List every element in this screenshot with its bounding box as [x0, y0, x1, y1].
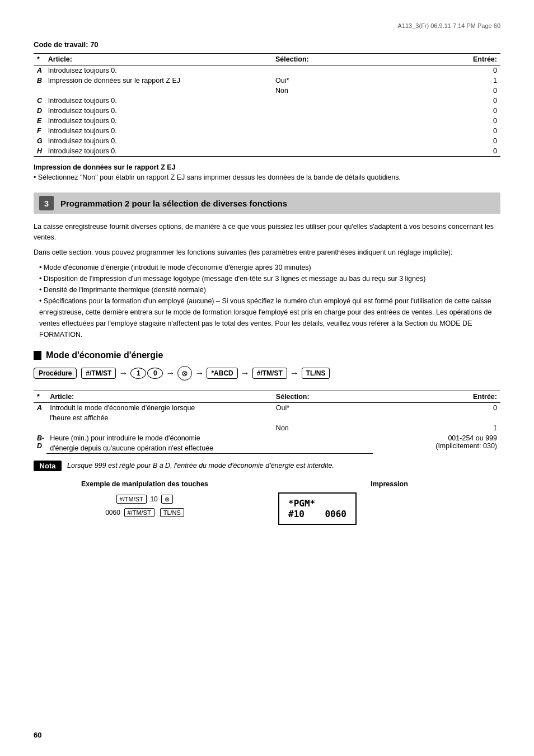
table-row: F Introduisez toujours 0. 0 — [34, 126, 500, 136]
row-selection — [272, 136, 373, 146]
key-tlns: TL/NS — [302, 368, 330, 379]
print-line2: #10 0060 — [288, 509, 346, 519]
row-article2: d'énergie depuis qu'aucune opération n'e… — [46, 443, 273, 454]
example-keys: #/TM/ST 10 ⊗ 0060 #/TM/ST TL/NS — [34, 492, 256, 519]
mode-col-star: * — [34, 391, 46, 403]
bullet-item: Disposition de l'impression d'un message… — [39, 273, 500, 284]
table-row: Non 1 — [34, 423, 500, 433]
mode-col-selection-header: Sélection: — [273, 391, 373, 403]
row-selection2 — [273, 413, 373, 423]
row-article: Impression de données sur le rapport Z E… — [45, 76, 272, 86]
row-article: Introduisez toujours 0. — [45, 126, 272, 136]
row-article2: l'heure est affichée — [46, 413, 273, 423]
row-letter: A — [34, 65, 45, 76]
example-keys-line1: #/TM/ST 10 ⊗ — [34, 492, 256, 506]
col-selection-header: Sélection: — [272, 54, 373, 65]
key-hmtst-1: #/TM/ST — [81, 368, 116, 379]
section3-number: 3 — [39, 196, 54, 210]
row-selection — [272, 96, 373, 106]
table-row: A Introduit le mode d'économie d'énergie… — [34, 403, 500, 414]
table-row: H Introduisez toujours 0. 0 — [34, 146, 500, 157]
ex-key-hmtst: #/TM/ST — [116, 495, 147, 504]
row-article: Introduisez toujours 0. — [45, 106, 272, 116]
row-letter — [34, 423, 46, 433]
ex-key-x: ⊗ — [161, 495, 173, 504]
nota-text: Lorsque 999 est réglé pour B à D, l'entr… — [67, 461, 334, 469]
key-x: ⊗ — [177, 366, 192, 381]
example-title-left: Exemple de manipulation des touches — [34, 480, 256, 488]
example-title-right: Impression — [278, 480, 500, 488]
row-letter: H — [34, 146, 45, 157]
row-selection: Oui* — [272, 76, 373, 86]
row-entree: 0 — [373, 126, 500, 136]
table-row: E Introduisez toujours 0. 0 — [34, 116, 500, 126]
bullet-item: Densité de l'imprimante thermique (densi… — [39, 284, 500, 295]
row-selection: Non — [273, 423, 373, 433]
table-row: Non 0 — [34, 86, 500, 96]
row-article: Introduisez toujours 0. — [45, 146, 272, 157]
mode-title: Mode d'économie d'énergie — [34, 350, 500, 360]
row-entree: 0 — [373, 146, 500, 157]
example-section: Exemple de manipulation des touches #/TM… — [34, 480, 500, 525]
table-row: D Introduisez toujours 0. 0 — [34, 106, 500, 116]
row-entree: 0 — [373, 106, 500, 116]
row-article: Heure (min.) pour introduire le mode d'é… — [46, 433, 273, 443]
procedure-row: Procédure #/TM/ST → 1 0 → ⊗ → *ABCD → #/… — [34, 366, 500, 381]
row-entree: 0 — [373, 86, 500, 96]
nota-label: Nota — [34, 461, 62, 471]
col-entree-header: Entrée: — [373, 54, 500, 65]
row-letter: B-D — [34, 433, 46, 454]
ex-key-tlns: TL/NS — [160, 508, 184, 517]
row-letter — [34, 86, 45, 96]
section3-header: 3 Programmation 2 pour la sélection de d… — [34, 192, 500, 214]
row-selection — [272, 116, 373, 126]
section3-bullets: Mode d'économie d'énergie (introduit le … — [39, 262, 500, 340]
ex-key-hmtst2: #/TM/ST — [124, 508, 154, 517]
row-article: Introduisez toujours 0. — [45, 116, 272, 126]
example-keys-line2: 0060 #/TM/ST TL/NS — [34, 506, 256, 519]
row-selection: Non — [272, 86, 373, 96]
row-selection — [272, 65, 373, 76]
print-box: *PGM* #10 0060 — [278, 492, 357, 525]
row-article — [46, 423, 273, 433]
header-meta: A113_3(Fr) 06.9.11 7:14 PM Page 60 — [34, 22, 500, 29]
table-row: B Impression de données sur le rapport Z… — [34, 76, 500, 86]
row-selection — [272, 106, 373, 116]
key-hmtst-2: #/TM/ST — [252, 368, 287, 379]
print-line2-right: 0060 — [325, 509, 346, 519]
row-selection: Oui* — [273, 403, 373, 414]
arrow-4: → — [241, 368, 250, 378]
note-title: Impression de données sur le rapport Z E… — [34, 163, 500, 171]
bullet-item: Spécifications pour la formation d'un em… — [39, 295, 500, 340]
note-text: • Sélectionnez "Non" pour établir un rap… — [34, 173, 500, 181]
section3-title: Programmation 2 pour la sélection de div… — [60, 199, 287, 208]
print-line2-left: #10 — [288, 509, 305, 519]
row-entree: 0 — [373, 116, 500, 126]
row-article: Introduit le mode d'économie d'énergie l… — [46, 403, 273, 414]
row-letter: A — [34, 403, 46, 424]
table-row: G Introduisez toujours 0. 0 — [34, 136, 500, 146]
row-article — [45, 86, 272, 96]
procedure-label: Procédure — [34, 368, 77, 379]
code-travail-table: * Article: Sélection: Entrée: A Introdui… — [34, 53, 500, 157]
row-entree: 001-254 ou 999 (Implicitement: 030) — [373, 433, 500, 454]
col-star: * — [34, 54, 45, 65]
row-article: Introduisez toujours 0. — [45, 96, 272, 106]
row-entree: 1 — [373, 423, 500, 433]
row-selection — [272, 146, 373, 157]
row-selection2 — [273, 443, 373, 454]
row-selection — [273, 433, 373, 443]
section3-body2: Dans cette section, vous pouvez programm… — [34, 247, 500, 258]
arrow-2: → — [166, 368, 175, 378]
col-article-header: Article: — [45, 54, 272, 65]
row-letter: D — [34, 106, 45, 116]
table-row: C Introduisez toujours 0. 0 — [34, 96, 500, 106]
arrow-1: → — [119, 368, 128, 378]
arrow-3: → — [195, 368, 204, 378]
row-letter: C — [34, 96, 45, 106]
row-letter: E — [34, 116, 45, 126]
code-travail-note: Impression de données sur le rapport Z E… — [34, 163, 500, 181]
row-article: Introduisez toujours 0. — [45, 65, 272, 76]
key-abcd: *ABCD — [207, 368, 237, 379]
row-entree: 0 — [373, 403, 500, 424]
